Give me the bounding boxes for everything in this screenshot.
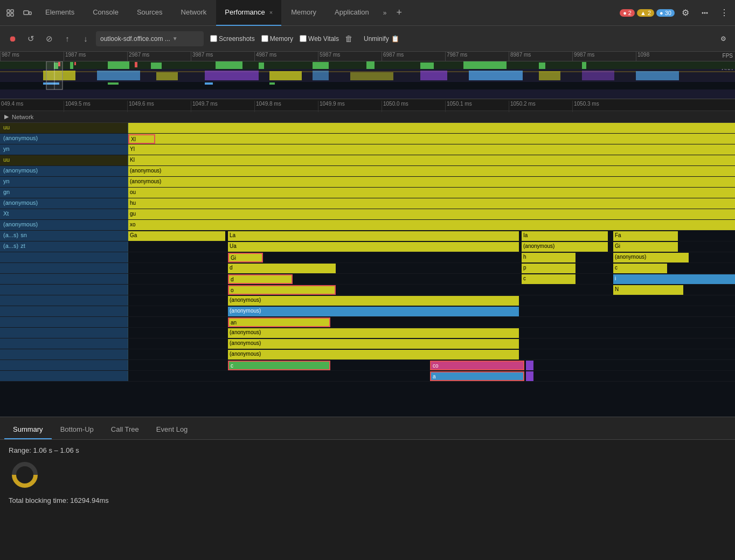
flame-block-anonymous-b[interactable]: (anonymous) <box>128 177 694 187</box>
flame-block-Ga[interactable]: Ga <box>128 231 225 241</box>
customize-icon[interactable] <box>696 4 713 22</box>
error-badge: ● 2 <box>620 9 635 17</box>
flame-block-Yl[interactable]: Yl <box>128 145 613 155</box>
flame-block-co[interactable]: co <box>430 361 524 370</box>
flame-left-sn[interactable]: (a...s) sn <box>0 231 128 241</box>
flame-as-label: (a...s) <box>3 232 18 240</box>
flame-block-purple-2[interactable] <box>526 371 533 381</box>
more-icon[interactable]: ⋮ <box>716 4 733 22</box>
web-vitals-label[interactable]: Web Vitals <box>300 35 339 43</box>
flame-block-anonymous-a[interactable]: (anonymous) <box>128 167 694 176</box>
flame-block-c-2[interactable]: c <box>522 274 575 284</box>
flame-block-La[interactable]: La <box>228 231 519 241</box>
flame-block-anonymous-7[interactable]: (anonymous) <box>228 328 519 338</box>
flame-left-anonymous-2[interactable]: (anonymous) <box>0 166 128 176</box>
flame-block-anonymous-zt[interactable]: (anonymous) <box>522 242 608 252</box>
web-vitals-checkbox[interactable] <box>300 35 307 42</box>
flame-block-anonymous-6[interactable]: (anonymous) <box>228 307 519 316</box>
flame-row-anonymous-8: (anonymous) <box>0 338 735 349</box>
trash-icon[interactable]: 🗑 <box>341 31 357 47</box>
flame-block-Ua[interactable]: Ua <box>228 242 519 252</box>
clear-button[interactable]: ⊘ <box>41 31 57 47</box>
btab-summary[interactable]: Summary <box>4 420 52 439</box>
flame-left-zt[interactable]: (a...s) zt <box>0 241 128 252</box>
btab-call-tree[interactable]: Call Tree <box>102 420 148 439</box>
triangle-icon[interactable]: ▶ <box>4 113 9 120</box>
download-button[interactable]: ↓ <box>78 31 94 47</box>
flame-block-c-green[interactable]: c <box>228 361 330 370</box>
tab-add-button[interactable]: + <box>392 0 406 26</box>
flame-block-purple-1[interactable] <box>526 361 533 370</box>
flame-left-Xt[interactable]: Xt <box>0 209 128 219</box>
flame-block-p[interactable]: p <box>522 264 575 273</box>
flame-block-Kl[interactable]: Kl <box>128 156 613 165</box>
tab-console[interactable]: Console <box>84 0 127 26</box>
btab-bottom-up[interactable]: Bottom-Up <box>52 420 102 439</box>
upload-button[interactable]: ↑ <box>59 31 75 47</box>
flame-block-c-right[interactable]: c <box>613 264 667 273</box>
flame-block-o[interactable]: o <box>228 285 336 295</box>
flame-block-an[interactable]: an <box>228 317 330 327</box>
flame-block-anonymous-8[interactable]: (anonymous) <box>228 339 519 349</box>
flame-block-i[interactable]: i <box>613 274 735 284</box>
flame-left-anonymous-3[interactable]: (anonymous) <box>0 198 128 209</box>
flame-left-anonymous-4[interactable]: (anonymous) <box>0 220 128 230</box>
flame-left-gn[interactable]: gn <box>0 188 128 198</box>
tab-elements[interactable]: Elements <box>37 0 83 26</box>
flame-block-Gi-left[interactable]: Gi <box>228 253 263 262</box>
flame-block-anonymous-5[interactable]: (anonymous) <box>228 296 519 306</box>
tab-application[interactable]: Application <box>326 0 378 26</box>
flame-block-Xl[interactable]: Xl <box>128 134 155 144</box>
memory-checkbox[interactable] <box>261 35 268 42</box>
performance-settings-icon[interactable]: ⚙ <box>716 31 731 46</box>
flame-left-anonymous-1[interactable]: (anonymous) <box>0 134 128 144</box>
unminify-button[interactable]: Unminify 📋 <box>359 33 404 45</box>
flame-left-empty-12 <box>0 371 128 381</box>
svg-rect-29 <box>156 72 178 80</box>
flame-block-anonymous-gi[interactable]: (anonymous) <box>613 253 689 262</box>
flame-block-xo[interactable]: xo <box>128 220 694 230</box>
flame-row-Gi: Gi h (anonymous) <box>0 252 735 263</box>
svg-rect-37 <box>582 71 614 80</box>
flame-block-d-2[interactable]: d <box>228 274 293 284</box>
flame-block-hu[interactable]: hu <box>128 199 694 209</box>
reload-button[interactable]: ↺ <box>23 31 39 47</box>
devices-icon[interactable] <box>19 5 36 21</box>
flame-block-Ia[interactable]: Ia <box>522 231 608 241</box>
svg-rect-38 <box>636 71 679 80</box>
record-button[interactable]: ⏺ <box>4 31 20 47</box>
svg-rect-0 <box>7 10 10 12</box>
flame-left-yn-2[interactable]: yn <box>0 177 128 187</box>
flame-block-anonymous-9[interactable]: (anonymous) <box>228 350 519 359</box>
flame-block-N[interactable]: N <box>613 285 683 295</box>
flame-block-Gi-right[interactable]: Gi <box>613 242 678 252</box>
flame-block-Fa[interactable]: Fa <box>613 231 678 241</box>
flame-left-uu[interactable]: uu <box>0 123 128 133</box>
ruler-tick-10: 1098 <box>636 52 649 61</box>
tab-console-label: Console <box>93 8 119 16</box>
tab-more-button[interactable]: » <box>379 0 391 26</box>
chevron-down-icon[interactable]: ▼ <box>172 36 178 42</box>
screenshots-checkbox[interactable] <box>210 35 217 42</box>
flame-block-ou[interactable]: ou <box>128 188 694 198</box>
svg-rect-13 <box>151 63 162 69</box>
screenshots-label[interactable]: Screenshots <box>210 35 255 43</box>
tab-network[interactable]: Network <box>172 0 216 26</box>
flame-block-d-1[interactable]: d <box>228 264 336 273</box>
flame-block-gu[interactable]: gu <box>128 210 694 219</box>
tab-memory[interactable]: Memory <box>282 0 325 26</box>
memory-label[interactable]: Memory <box>261 35 293 43</box>
tab-performance-close[interactable]: × <box>269 9 273 16</box>
svg-rect-41 <box>108 82 119 85</box>
tab-sources[interactable]: Sources <box>128 0 171 26</box>
flame-block-h[interactable]: h <box>522 253 575 262</box>
flame-left-yn-1[interactable]: yn <box>0 144 128 155</box>
url-display: outlook-sdf.office.com ... ▼ <box>96 31 204 46</box>
tab-performance[interactable]: Performance × <box>216 0 281 26</box>
flame-left-uu-2[interactable]: uu <box>0 155 128 165</box>
btab-event-log[interactable]: Event Log <box>148 420 197 439</box>
settings-icon[interactable]: ⚙ <box>677 4 694 22</box>
tab-sources-label: Sources <box>137 8 163 16</box>
flame-block-a[interactable]: a <box>430 371 524 381</box>
inspect-icon[interactable] <box>2 5 18 21</box>
